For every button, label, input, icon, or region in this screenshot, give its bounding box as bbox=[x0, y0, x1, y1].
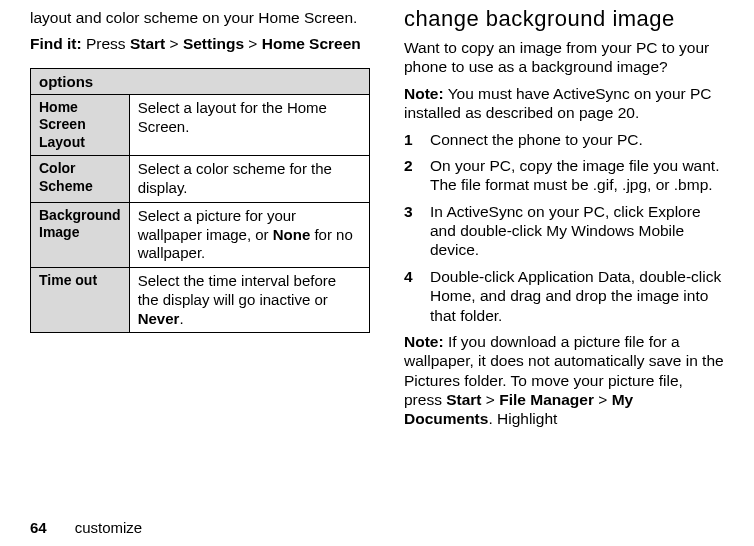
crumb-sep-a: > bbox=[482, 391, 500, 408]
step-text: Double-click Application Data, double-cl… bbox=[430, 267, 724, 325]
step-number: 1 bbox=[404, 130, 430, 149]
option-label: Home Screen Layout bbox=[31, 94, 130, 156]
section-heading: change background image bbox=[404, 6, 724, 32]
option-label: Color Scheme bbox=[31, 156, 130, 203]
list-item: 3 In ActiveSync on your PC, click Explor… bbox=[404, 202, 724, 260]
crumb-start-2: Start bbox=[446, 391, 481, 408]
options-table: options Home Screen Layout Select a layo… bbox=[30, 68, 370, 334]
step-number: 3 bbox=[404, 202, 430, 221]
list-item: 2 On your PC, copy the image file you wa… bbox=[404, 156, 724, 195]
find-it-press: Press bbox=[82, 35, 130, 52]
find-it-line: Find it: Press Start > Settings > Home S… bbox=[30, 34, 370, 53]
crumb-home-screen: Home Screen bbox=[262, 35, 361, 52]
option-desc: Select a layout for the Home Screen. bbox=[129, 94, 369, 156]
options-header: options bbox=[31, 68, 370, 94]
table-row: Background Image Select a picture for yo… bbox=[31, 202, 370, 267]
note-label: Note: bbox=[404, 333, 444, 350]
table-row: Color Scheme Select a color scheme for t… bbox=[31, 156, 370, 203]
table-row: Home Screen Layout Select a layout for t… bbox=[31, 94, 370, 156]
option-desc: Select a picture for your wallpaper imag… bbox=[129, 202, 369, 267]
page-footer: 64customize bbox=[30, 519, 142, 536]
crumb-start: Start bbox=[130, 35, 165, 52]
steps-list: 1 Connect the phone to your PC. 2 On you… bbox=[404, 130, 724, 325]
note-1-text: You must have ActiveSync on your PC inst… bbox=[404, 85, 712, 121]
find-it-label: Find it: bbox=[30, 35, 82, 52]
intro-text: layout and color scheme on your Home Scr… bbox=[30, 8, 370, 27]
option-label: Time out bbox=[31, 268, 130, 333]
step-text: In ActiveSync on your PC, click Explore … bbox=[430, 202, 724, 260]
note-label: Note: bbox=[404, 85, 444, 102]
note-2-post: . Highlight bbox=[488, 410, 557, 427]
step-number: 4 bbox=[404, 267, 430, 286]
right-intro: Want to copy an image from your PC to yo… bbox=[404, 38, 724, 77]
note-1: Note: You must have ActiveSync on your P… bbox=[404, 84, 724, 123]
step-text: On your PC, copy the image file you want… bbox=[430, 156, 724, 195]
step-number: 2 bbox=[404, 156, 430, 175]
option-desc: Select the time interval before the disp… bbox=[129, 268, 369, 333]
crumb-sep1: > bbox=[165, 35, 183, 52]
list-item: 4 Double-click Application Data, double-… bbox=[404, 267, 724, 325]
crumb-sep2: > bbox=[244, 35, 262, 52]
crumb-settings: Settings bbox=[183, 35, 244, 52]
step-text: Connect the phone to your PC. bbox=[430, 130, 724, 149]
crumb-sep-b: > bbox=[594, 391, 612, 408]
table-row: Time out Select the time interval before… bbox=[31, 268, 370, 333]
note-2: Note: If you download a picture file for… bbox=[404, 332, 724, 429]
option-label: Background Image bbox=[31, 202, 130, 267]
crumb-file-manager: File Manager bbox=[499, 391, 594, 408]
option-desc: Select a color scheme for the display. bbox=[129, 156, 369, 203]
page-number: 64 bbox=[30, 519, 47, 536]
list-item: 1 Connect the phone to your PC. bbox=[404, 130, 724, 149]
footer-section: customize bbox=[75, 519, 143, 536]
